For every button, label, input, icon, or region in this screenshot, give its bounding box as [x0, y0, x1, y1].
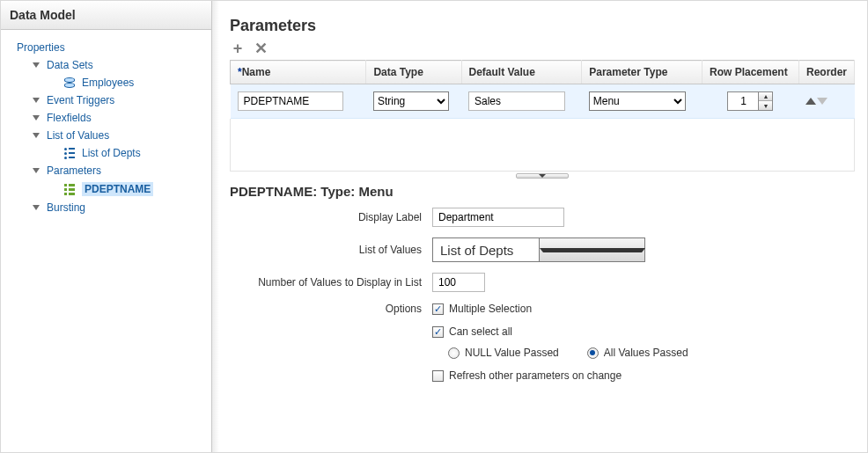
list-of-values-value: List of Depts — [433, 243, 539, 258]
list-of-depts-label: List of Depts — [82, 147, 141, 159]
parameter-icon — [63, 183, 77, 195]
delete-icon[interactable]: ✕ — [253, 40, 268, 56]
null-value-passed-text: NULL Value Passed — [465, 347, 559, 359]
expand-icon[interactable] — [33, 62, 40, 68]
options-label: Options — [230, 303, 432, 315]
col-row-placement[interactable]: Row Placement — [702, 61, 798, 84]
dataset-icon — [63, 77, 77, 89]
spinner-down-icon[interactable]: ▼ — [759, 101, 772, 110]
spinner-up-icon[interactable]: ▲ — [759, 92, 772, 101]
can-select-all-checkbox[interactable] — [432, 326, 444, 338]
expand-icon[interactable] — [33, 98, 40, 103]
sidebar-title: Data Model — [1, 1, 211, 30]
tree-data-sets[interactable]: Data Sets — [33, 56, 208, 74]
display-label-input[interactable] — [432, 208, 564, 227]
all-values-passed-text: All Values Passed — [604, 347, 688, 359]
tree-parameters[interactable]: Parameters — [33, 162, 208, 179]
pdeptname-label: PDEPTNAME — [82, 182, 153, 196]
expand-icon[interactable] — [33, 115, 40, 121]
col-name-label: Name — [242, 66, 271, 78]
tree-pdeptname[interactable]: PDEPTNAME — [48, 179, 208, 199]
detail-form: Display Label List of Values List of Dep… — [230, 208, 855, 382]
event-triggers-label: Event Triggers — [47, 94, 114, 106]
divider-shadow — [212, 1, 219, 452]
name-input[interactable] — [238, 91, 343, 111]
expand-icon[interactable] — [33, 168, 40, 173]
reorder-control[interactable] — [805, 98, 828, 105]
parameter-type-select[interactable]: Menu — [589, 91, 686, 111]
tree-employees[interactable]: Employees — [48, 74, 208, 91]
flexfields-label: Flexfields — [47, 112, 92, 124]
add-icon[interactable]: + — [230, 40, 246, 56]
num-values-label: Number of Values to Display in List — [230, 276, 432, 289]
sidebar: Data Model Properties Data Sets Employee… — [1, 1, 212, 452]
parameters-label: Parameters — [47, 164, 101, 177]
display-label-label: Display Label — [230, 211, 432, 223]
reorder-up-icon[interactable] — [805, 98, 816, 105]
refresh-other-text: Refresh other parameters on change — [449, 369, 622, 382]
expand-icon[interactable] — [33, 205, 40, 210]
chevron-down-icon — [539, 174, 546, 178]
num-values-input[interactable] — [432, 273, 485, 292]
can-select-all-text: Can select all — [449, 325, 512, 338]
expand-icon[interactable] — [33, 133, 40, 138]
lov-icon — [63, 147, 77, 159]
toolbar: + ✕ — [230, 40, 855, 56]
col-reorder[interactable]: Reorder — [798, 61, 854, 84]
list-of-values-label: List of Values — [47, 129, 109, 142]
page-title: Parameters — [230, 17, 855, 35]
tree-event-triggers[interactable]: Event Triggers — [33, 91, 208, 109]
tree-flexfields[interactable]: Flexfields — [33, 109, 208, 127]
default-value-input[interactable] — [468, 91, 565, 111]
table-row[interactable]: String Menu — [231, 84, 855, 119]
col-data-type[interactable]: Data Type — [366, 61, 461, 84]
detail-title: PDEPTNAME: Type: Menu — [230, 184, 855, 199]
parameters-table: *Name Data Type Default Value Parameter … — [230, 60, 855, 119]
col-name[interactable]: *Name — [231, 61, 366, 84]
row-placement-input[interactable] — [728, 93, 758, 109]
tree: Properties Data Sets Employees — [1, 30, 211, 220]
properties-label: Properties — [17, 41, 65, 54]
table-header-row: *Name Data Type Default Value Parameter … — [231, 61, 855, 84]
data-sets-label: Data Sets — [47, 59, 93, 71]
refresh-other-checkbox[interactable] — [432, 370, 444, 382]
tree-properties[interactable]: Properties — [17, 39, 208, 56]
dropdown-icon[interactable] — [539, 238, 644, 261]
main: Parameters + ✕ *Name Data Type Default V… — [212, 1, 867, 452]
reorder-down-icon[interactable] — [817, 98, 828, 105]
row-placement-spinner[interactable]: ▲ ▼ — [727, 91, 773, 111]
bursting-label: Bursting — [47, 201, 85, 214]
employees-label: Employees — [82, 77, 134, 89]
splitter-handle[interactable] — [230, 173, 855, 179]
col-parameter-type[interactable]: Parameter Type — [582, 61, 702, 84]
table-empty-area — [230, 119, 855, 172]
tree-list-of-depts[interactable]: List of Depts — [48, 144, 208, 162]
tree-list-of-values[interactable]: List of Values — [33, 127, 208, 144]
col-default-value[interactable]: Default Value — [461, 61, 582, 84]
null-value-passed-radio[interactable] — [448, 347, 460, 359]
data-type-select[interactable]: String — [373, 91, 449, 111]
list-of-values-select[interactable]: List of Depts — [432, 237, 645, 262]
tree-bursting[interactable]: Bursting — [33, 199, 208, 216]
all-values-passed-radio[interactable] — [587, 347, 599, 359]
multiple-selection-checkbox[interactable] — [432, 303, 444, 315]
list-of-values-label: List of Values — [230, 244, 432, 256]
multiple-selection-text: Multiple Selection — [449, 303, 532, 315]
